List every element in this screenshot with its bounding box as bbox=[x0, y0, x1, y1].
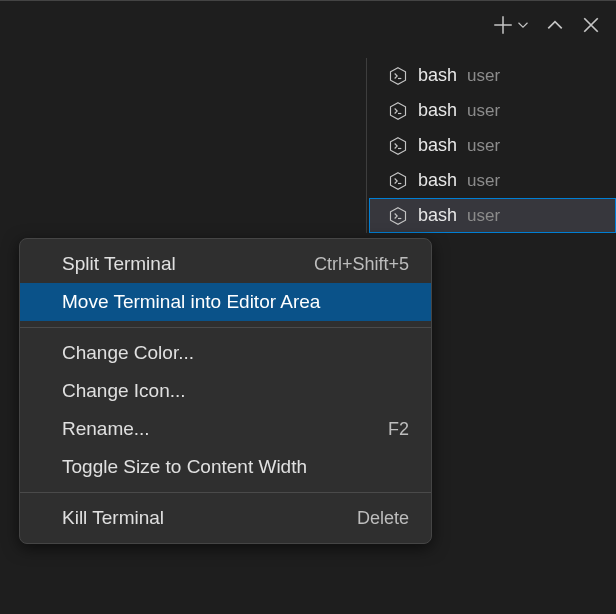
new-terminal-button[interactable] bbox=[492, 14, 514, 36]
menu-item[interactable]: Toggle Size to Content Width bbox=[20, 448, 431, 486]
terminal-user-label: user bbox=[467, 206, 500, 226]
menu-item-shortcut: Ctrl+Shift+5 bbox=[314, 254, 409, 275]
menu-item[interactable]: Change Icon... bbox=[20, 372, 431, 410]
chevron-down-icon bbox=[517, 19, 529, 31]
menu-item[interactable]: Change Color... bbox=[20, 334, 431, 372]
menu-separator bbox=[20, 327, 431, 328]
terminal-icon bbox=[388, 136, 408, 156]
new-terminal-group bbox=[492, 14, 530, 36]
plus-icon bbox=[493, 15, 513, 35]
terminal-context-menu: Split TerminalCtrl+Shift+5Move Terminal … bbox=[19, 238, 432, 544]
menu-item-label: Split Terminal bbox=[62, 253, 176, 275]
terminal-shell-name: bash bbox=[418, 135, 457, 156]
terminal-icon bbox=[388, 206, 408, 226]
terminal-user-label: user bbox=[467, 66, 500, 86]
chevron-up-icon bbox=[546, 16, 564, 34]
terminal-icon bbox=[388, 101, 408, 121]
menu-item-label: Change Icon... bbox=[62, 380, 186, 402]
menu-item-shortcut: F2 bbox=[388, 419, 409, 440]
terminal-tab[interactable]: bashuser bbox=[369, 93, 616, 128]
launch-profile-button[interactable] bbox=[516, 14, 530, 36]
menu-item-label: Rename... bbox=[62, 418, 150, 440]
menu-item[interactable]: Move Terminal into Editor Area bbox=[20, 283, 431, 321]
menu-item-label: Kill Terminal bbox=[62, 507, 164, 529]
terminal-tabs-list: bashuserbashuserbashuserbashuserbashuser bbox=[366, 58, 616, 233]
menu-separator bbox=[20, 492, 431, 493]
terminal-shell-name: bash bbox=[418, 100, 457, 121]
menu-item[interactable]: Split TerminalCtrl+Shift+5 bbox=[20, 245, 431, 283]
terminal-tab[interactable]: bashuser bbox=[369, 198, 616, 233]
panel-actions bbox=[492, 14, 602, 36]
terminal-shell-name: bash bbox=[418, 65, 457, 86]
menu-item-label: Move Terminal into Editor Area bbox=[62, 291, 320, 313]
menu-item-label: Change Color... bbox=[62, 342, 194, 364]
terminal-tab[interactable]: bashuser bbox=[369, 58, 616, 93]
maximize-panel-button[interactable] bbox=[544, 14, 566, 36]
terminal-user-label: user bbox=[467, 101, 500, 121]
terminal-tab[interactable]: bashuser bbox=[369, 163, 616, 198]
menu-item-label: Toggle Size to Content Width bbox=[62, 456, 307, 478]
terminal-shell-name: bash bbox=[418, 205, 457, 226]
terminal-user-label: user bbox=[467, 136, 500, 156]
menu-item-shortcut: Delete bbox=[357, 508, 409, 529]
menu-item[interactable]: Kill TerminalDelete bbox=[20, 499, 431, 537]
panel-top-border bbox=[0, 0, 616, 1]
terminal-user-label: user bbox=[467, 171, 500, 191]
menu-item[interactable]: Rename...F2 bbox=[20, 410, 431, 448]
terminal-icon bbox=[388, 66, 408, 86]
close-icon bbox=[582, 16, 600, 34]
terminal-icon bbox=[388, 171, 408, 191]
terminal-tab[interactable]: bashuser bbox=[369, 128, 616, 163]
terminal-shell-name: bash bbox=[418, 170, 457, 191]
close-panel-button[interactable] bbox=[580, 14, 602, 36]
